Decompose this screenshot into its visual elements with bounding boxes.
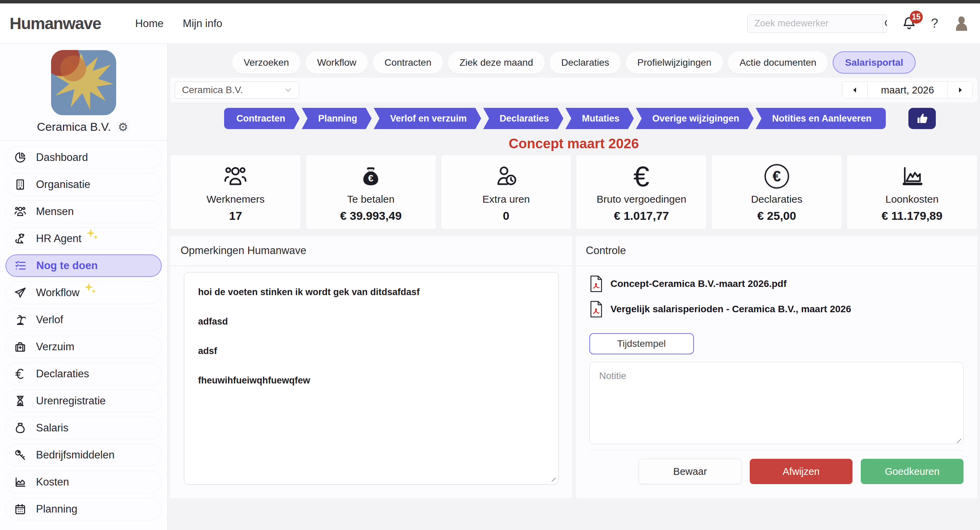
employee-search: [747, 14, 887, 33]
person-clock-icon: [493, 164, 519, 189]
step-verlof-en-verzuim[interactable]: Verlof en verzuim: [374, 108, 481, 129]
tab-verzoeken[interactable]: Verzoeken: [232, 51, 301, 74]
remark-line: adsf: [198, 346, 544, 356]
approve-button[interactable]: Goedkeuren: [861, 459, 964, 484]
company-settings-gear-icon[interactable]: ⚙: [116, 121, 130, 133]
reject-button[interactable]: Afwijzen: [750, 459, 853, 484]
company-logo[interactable]: [51, 50, 116, 115]
sidebar-item-nog-te-doen[interactable]: Nog te doen: [5, 254, 162, 277]
step-planning[interactable]: Planning: [302, 108, 372, 129]
sidebar-item-verzuim[interactable]: Verzuim: [5, 336, 162, 358]
period-prev-button[interactable]: [843, 82, 867, 98]
note-textarea[interactable]: [589, 362, 964, 444]
checklist-icon: [14, 259, 27, 273]
remark-line: fheuwihfueiwqhfuewqfew: [198, 375, 544, 386]
window-top-strip: [0, 0, 980, 3]
panels-row: Opmerkingen Humanwave hoi de voeten stin…: [170, 236, 977, 498]
paper-plane-icon: [13, 286, 27, 300]
euro-icon: [13, 367, 27, 381]
sidebar-item-bedrijfsmiddelen[interactable]: Bedrijfsmiddelen: [5, 444, 162, 467]
app-header: Humanwave Home Mijn info 15 ?: [0, 3, 980, 44]
remarks-title: Opmerkingen Humanwave: [170, 236, 572, 266]
pdf-document-link-concept[interactable]: Concept-Ceramica B.V.-maart 2026.pdf: [589, 274, 964, 294]
note-field-wrap: [589, 362, 964, 446]
step-overige-wijzigingen[interactable]: Overige wijzigingen: [636, 108, 754, 129]
step-declaraties[interactable]: Declaraties: [483, 108, 563, 129]
remarks-textarea[interactable]: hoi de voeten stinken ik wordt gek van d…: [184, 272, 558, 484]
user-avatar[interactable]: [951, 14, 970, 33]
sidebar-menu: Dashboard Organisatie Mensen HR Agent: [0, 141, 167, 520]
chart-icon: [899, 164, 925, 189]
company-select[interactable]: Ceramica B.V.: [175, 81, 299, 98]
header-right: 15 ?: [747, 14, 970, 33]
period-status-title: Concept maart 2026: [167, 136, 980, 151]
workflow-steps: Contracten Planning Verlof en verzuim De…: [224, 108, 977, 129]
search-button[interactable]: [883, 15, 887, 33]
pdf-document-link-vergelijk[interactable]: Vergelijk salarisperioden - Ceramica B.V…: [589, 300, 964, 319]
sidebar-item-mensen[interactable]: Mensen: [5, 200, 162, 223]
help-button[interactable]: ?: [931, 16, 938, 31]
resize-handle[interactable]: [550, 476, 556, 482]
sidebar-item-organisatie[interactable]: Organisatie: [5, 173, 162, 196]
remark-line: hoi de voeten stinken ik wordt gek van d…: [198, 287, 544, 297]
sidebar-item-hr-agent[interactable]: HR Agent: [5, 227, 162, 250]
save-button[interactable]: Bewaar: [639, 459, 741, 484]
stat-card-bruto-vergoedingen: € Bruto vergoedingen € 1.017,77: [576, 155, 706, 229]
step-contracten[interactable]: Contracten: [224, 108, 300, 129]
sidebar-item-planning[interactable]: Planning: [5, 498, 162, 520]
sparkle-icon: [86, 228, 99, 243]
sparkle-icon: [84, 282, 97, 297]
tab-workflow[interactable]: Workflow: [305, 51, 368, 74]
sidebar-item-dashboard[interactable]: Dashboard: [5, 146, 162, 169]
medical-bag-icon: [13, 340, 27, 354]
period-nav: maart, 2026: [842, 81, 973, 98]
tab-declaraties[interactable]: Declaraties: [550, 51, 621, 74]
tab-contracten[interactable]: Contracten: [373, 51, 443, 74]
sidebar-item-urenregistratie[interactable]: Urenregistratie: [5, 390, 162, 412]
search-icon: [883, 18, 887, 29]
company-name: Ceramica B.V.: [37, 120, 111, 133]
timestamp-button[interactable]: Tijdstempel: [589, 333, 694, 354]
nav-mijn-info[interactable]: Mijn info: [183, 17, 222, 30]
controle-title: Controle: [576, 236, 978, 266]
people-icon: [13, 205, 27, 219]
nav-home[interactable]: Home: [135, 17, 164, 30]
arrow-right-icon: [956, 86, 964, 95]
step-mutaties[interactable]: Mutaties: [565, 108, 634, 129]
sidebar-item-workflow[interactable]: Workflow: [5, 281, 162, 304]
stat-card-te-betalen: € Te betalen € 39.993,49: [305, 155, 436, 229]
stat-card-extra-uren: Extra uren 0: [441, 155, 571, 229]
notifications-button[interactable]: 15: [900, 15, 918, 33]
sidebar-item-declaraties[interactable]: Declaraties: [5, 363, 162, 385]
main-content: Verzoeken Workflow Contracten Ziek deze …: [167, 44, 980, 530]
sidebar-item-salaris[interactable]: Salaris: [5, 417, 162, 439]
thumbs-up-button[interactable]: [908, 108, 936, 129]
pdf-icon: [589, 300, 603, 318]
sidebar: Ceramica B.V. ⚙ Dashboard Organisatie: [0, 44, 167, 530]
search-input[interactable]: [748, 15, 883, 33]
sidebar-item-kosten[interactable]: Kosten: [5, 471, 162, 494]
company-logo-image: [51, 50, 116, 115]
thumbs-up-icon: [915, 112, 929, 125]
avatar-icon: [951, 14, 970, 33]
pdf-icon: [589, 275, 603, 293]
humanwave-logo[interactable]: Humanwave: [10, 14, 101, 33]
tab-profielwijzigingen[interactable]: Profielwijzigingen: [626, 51, 723, 74]
tabs-row: Verzoeken Workflow Contracten Ziek deze …: [167, 51, 980, 74]
money-bag-icon: €: [359, 164, 383, 189]
step-notities-en-aanleveren[interactable]: Notities en Aanleveren: [756, 108, 886, 129]
notification-badge: 15: [910, 11, 923, 24]
tab-ziek-deze-maand[interactable]: Ziek deze maand: [448, 51, 545, 74]
period-label[interactable]: maart, 2026: [867, 82, 948, 98]
palm-tree-icon: [13, 313, 27, 327]
stat-card-loonkosten: Loonkosten € 11.179,89: [847, 155, 977, 229]
period-next-button[interactable]: [948, 82, 972, 98]
chevron-down-icon: [283, 85, 293, 95]
filter-strip: Ceramica B.V. maart, 2026: [170, 78, 977, 102]
arrow-left-icon: [851, 86, 859, 95]
tab-salarisportal[interactable]: Salarisportal: [833, 51, 916, 74]
euro-circle-icon: €: [764, 164, 789, 189]
tab-actie-documenten[interactable]: Actie documenten: [728, 51, 828, 74]
svg-text:€: €: [368, 173, 374, 184]
sidebar-item-verlof[interactable]: Verlof: [5, 308, 162, 331]
